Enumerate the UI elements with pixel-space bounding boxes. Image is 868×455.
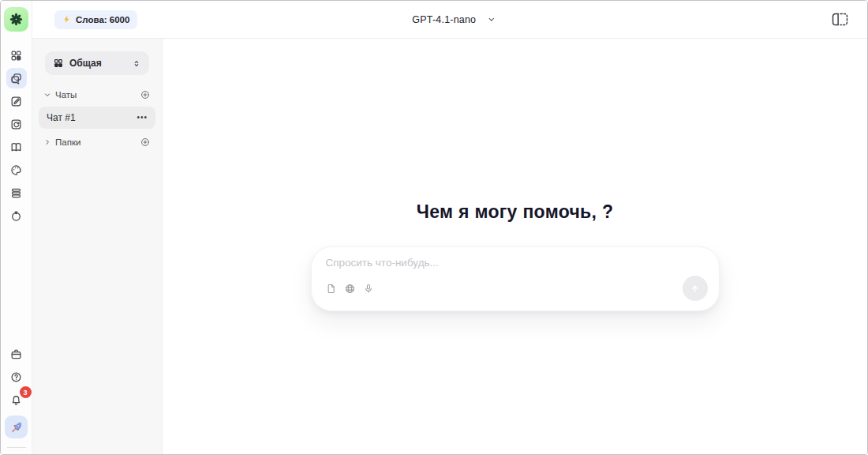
attach-file-icon[interactable]	[326, 283, 337, 295]
chat-item-menu-icon[interactable]: •••	[137, 114, 148, 122]
chevron-down-icon	[43, 91, 51, 99]
app-logo[interactable]	[4, 7, 28, 32]
history-icon[interactable]	[6, 114, 27, 134]
chats-icon[interactable]	[6, 68, 27, 88]
words-balance-badge[interactable]: Слова: 6000	[54, 10, 137, 29]
sidebar: Общая Чаты	[32, 39, 163, 454]
topbar: Слова: 6000 GPT-4.1-nano	[32, 1, 867, 39]
greeting-heading: Чем я могу помочь, ?	[417, 201, 614, 223]
send-button[interactable]	[683, 276, 708, 301]
web-globe-icon[interactable]	[344, 283, 356, 295]
apps-grid-icon[interactable]	[6, 45, 27, 66]
workspace-label: Общая	[69, 58, 102, 69]
composer-toolbar	[326, 276, 708, 301]
arrow-up-icon	[689, 283, 701, 295]
panel-toggle-icon[interactable]	[829, 9, 851, 29]
attach-icons	[326, 283, 374, 295]
aperture-flower-icon	[9, 12, 24, 27]
chat-item-label: Чат #1	[47, 112, 76, 123]
model-selector[interactable]: GPT-4.1-nano	[412, 14, 496, 25]
workspace-case-icon[interactable]	[6, 344, 27, 364]
rocket-boost-icon[interactable]	[5, 416, 28, 438]
chevron-down-icon	[487, 15, 496, 24]
sort-unfold-icon	[132, 58, 141, 69]
right-column: Слова: 6000 GPT-4.1-nano	[32, 1, 867, 454]
chevron-right-icon	[43, 138, 51, 146]
microphone-icon[interactable]	[363, 283, 374, 295]
chats-section-label: Чаты	[55, 90, 77, 100]
compose-icon[interactable]	[6, 91, 27, 111]
notifications-wrap: 3	[6, 389, 27, 410]
add-chat-button[interactable]	[140, 89, 151, 100]
palette-icon[interactable]	[6, 160, 27, 180]
model-name: GPT-4.1-nano	[412, 14, 476, 25]
content-row: Общая Чаты	[32, 39, 867, 454]
add-folder-button[interactable]	[140, 137, 151, 148]
lightning-bolt-icon	[62, 14, 71, 24]
main-area: Чем я могу помочь, ?	[163, 39, 867, 454]
folders-section-header[interactable]: Папки	[43, 137, 151, 148]
rail-nav	[6, 45, 27, 226]
rail-bottom: 3	[5, 344, 28, 449]
chat-list-item[interactable]: Чат #1 •••	[39, 107, 155, 129]
rail-divider	[7, 447, 26, 448]
workspace-selector[interactable]: Общая	[45, 51, 149, 75]
orb-icon[interactable]	[6, 205, 27, 226]
library-icon[interactable]	[6, 137, 27, 157]
icon-rail: 3	[1, 1, 32, 454]
chats-section-header[interactable]: Чаты	[43, 89, 151, 100]
workspace-grid-icon	[53, 58, 64, 69]
folders-section-label: Папки	[55, 137, 80, 147]
message-input[interactable]	[326, 257, 708, 274]
stack-icon[interactable]	[6, 182, 27, 203]
composer-card	[311, 246, 720, 311]
app-window: 3 Слова: 6000	[0, 0, 868, 455]
help-icon[interactable]	[6, 367, 27, 387]
notification-badge: 3	[20, 386, 32, 398]
words-balance-label: Слова: 6000	[76, 15, 129, 24]
